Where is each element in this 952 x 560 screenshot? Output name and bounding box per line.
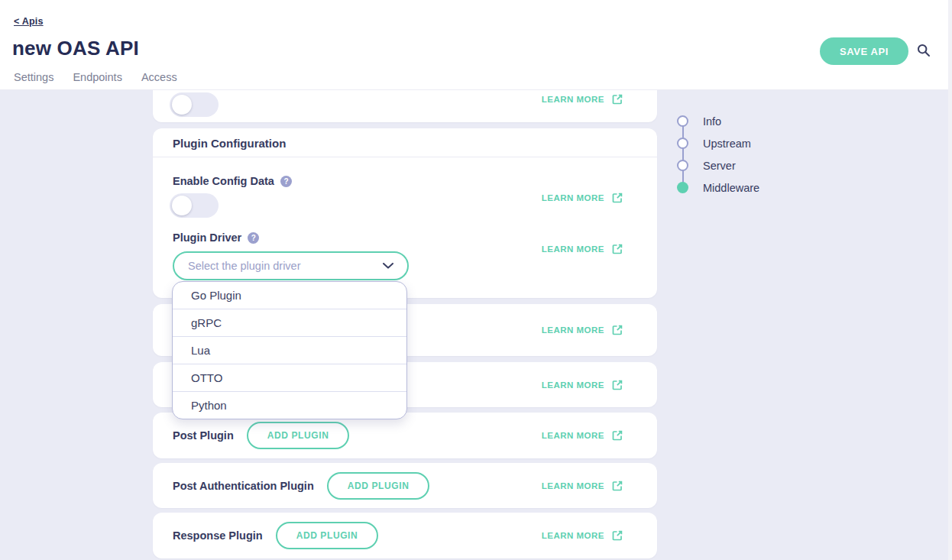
- learn-more-label: LEARN MORE: [542, 325, 604, 335]
- stepper-item-info[interactable]: Info: [677, 110, 799, 132]
- enable-config-data-toggle-off[interactable]: [170, 193, 219, 218]
- add-plugin-button[interactable]: ADD PLUGIN: [327, 472, 430, 500]
- dropdown-option-lua[interactable]: Lua: [173, 337, 406, 364]
- add-plugin-button[interactable]: ADD PLUGIN: [247, 422, 350, 449]
- toggle-knob: [172, 95, 192, 115]
- stepper-item-upstream[interactable]: Upstream: [677, 132, 799, 154]
- external-link-icon: [611, 529, 623, 542]
- learn-more-label: LEARN MORE: [542, 531, 604, 540]
- learn-more-link[interactable]: LEARN MORE: [542, 324, 623, 336]
- post-plugin-row: Post Plugin ADD PLUGIN LEARN MORE: [153, 413, 657, 458]
- learn-more-label: LEARN MORE: [542, 193, 604, 202]
- dropdown-option-otto[interactable]: OTTO: [173, 364, 406, 392]
- enable-config-data-label: Enable Config Data: [173, 175, 292, 187]
- stepper-item-server[interactable]: Server: [677, 154, 799, 176]
- toggle-off[interactable]: [170, 92, 219, 117]
- help-icon[interactable]: [280, 176, 292, 187]
- post-plugin-label: Post Plugin: [173, 429, 234, 442]
- search-icon[interactable]: [917, 44, 931, 57]
- tab-endpoints[interactable]: Endpoints: [73, 71, 122, 83]
- external-link-icon: [611, 379, 623, 391]
- learn-more-label: LEARN MORE: [542, 244, 604, 254]
- save-api-button[interactable]: SAVE API: [820, 37, 908, 65]
- external-link-icon: [611, 324, 623, 336]
- external-link-icon: [611, 480, 623, 492]
- plugin-configuration-card: Plugin Configuration Enable Config Data …: [153, 128, 657, 298]
- tab-access[interactable]: Access: [141, 71, 177, 83]
- step-label: Upstream: [703, 138, 751, 150]
- learn-more-link[interactable]: LEARN MORE: [542, 529, 623, 542]
- toggle-knob: [172, 196, 192, 215]
- plugin-driver-text: Plugin Driver: [173, 231, 241, 244]
- step-circle-filled-icon: [677, 182, 688, 193]
- stepper-item-middleware[interactable]: Middleware: [677, 176, 799, 199]
- learn-more-label: LEARN MORE: [542, 481, 604, 490]
- plugin-driver-dropdown: Go Plugin gRPC Lua OTTO Python: [172, 281, 407, 419]
- learn-more-link[interactable]: LEARN MORE: [542, 429, 623, 442]
- select-placeholder: Select the plugin driver: [188, 260, 383, 272]
- chevron-down-icon: [383, 263, 393, 270]
- learn-more-label: LEARN MORE: [542, 431, 604, 440]
- section-stepper: Info Upstream Server Middleware: [677, 110, 799, 199]
- dropdown-option-python[interactable]: Python: [173, 392, 406, 419]
- plugin-configuration-title: Plugin Configuration: [173, 137, 286, 150]
- external-link-icon: [611, 429, 623, 442]
- plugin-driver-select[interactable]: Select the plugin driver: [173, 251, 409, 280]
- step-label: Middleware: [703, 182, 759, 194]
- page-title: new OAS API: [12, 37, 139, 60]
- learn-more-link[interactable]: LEARN MORE: [542, 192, 623, 204]
- breadcrumb-apis-link[interactable]: < Apis: [14, 16, 44, 27]
- step-circle-icon: [677, 160, 688, 171]
- scrollbar[interactable]: [948, 0, 952, 560]
- dropdown-option-grpc[interactable]: gRPC: [173, 309, 406, 337]
- external-link-icon: [611, 243, 623, 255]
- help-icon[interactable]: [248, 232, 259, 244]
- post-authentication-plugin-label: Post Authentication Plugin: [173, 480, 314, 492]
- learn-more-link[interactable]: LEARN MORE: [542, 480, 623, 492]
- learn-more-link[interactable]: LEARN MORE: [542, 243, 623, 255]
- tab-settings[interactable]: Settings: [14, 71, 53, 83]
- enable-config-data-text: Enable Config Data: [173, 175, 274, 187]
- tab-bar: Settings Endpoints Access: [14, 71, 177, 83]
- card-clipped-top: LEARN MORE: [153, 89, 657, 122]
- post-authentication-plugin-row: Post Authentication Plugin ADD PLUGIN LE…: [153, 463, 657, 508]
- learn-more-label: LEARN MORE: [542, 380, 604, 390]
- divider: [153, 157, 657, 157]
- response-plugin-label: Response Plugin: [173, 529, 263, 542]
- external-link-icon: [611, 192, 623, 204]
- learn-more-link[interactable]: LEARN MORE: [542, 93, 623, 105]
- add-plugin-button[interactable]: ADD PLUGIN: [276, 522, 379, 549]
- dropdown-option-go-plugin[interactable]: Go Plugin: [173, 282, 406, 309]
- response-plugin-row: Response Plugin ADD PLUGIN LEARN MORE: [153, 513, 657, 558]
- learn-more-label: LEARN MORE: [542, 95, 604, 104]
- step-label: Info: [703, 115, 721, 128]
- header: < Apis new OAS API Settings Endpoints Ac…: [0, 0, 952, 90]
- external-link-icon: [611, 93, 623, 105]
- api-designer-screen: < Apis new OAS API Settings Endpoints Ac…: [0, 0, 952, 560]
- plugin-driver-label: Plugin Driver: [173, 231, 259, 244]
- learn-more-link[interactable]: LEARN MORE: [542, 379, 623, 391]
- step-circle-icon: [677, 115, 688, 127]
- step-circle-icon: [677, 138, 688, 149]
- step-label: Server: [703, 160, 736, 172]
